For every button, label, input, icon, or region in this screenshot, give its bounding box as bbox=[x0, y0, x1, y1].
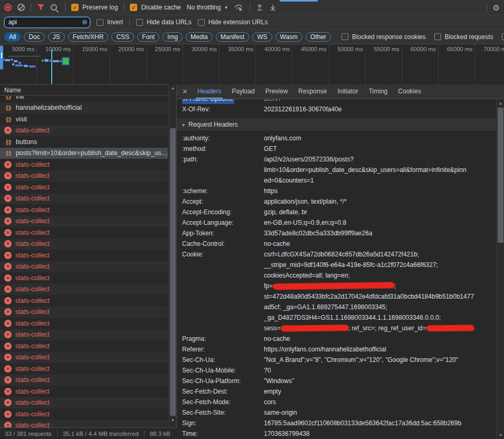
scroll-up-icon[interactable]: ▲ bbox=[169, 86, 177, 90]
type-filter-chip[interactable]: Fetch/XHR bbox=[68, 32, 109, 42]
blocked-filter-checkbox[interactable]: 3rd-party requests bbox=[502, 33, 504, 41]
checkbox-unchecked-icon[interactable] bbox=[198, 19, 205, 26]
request-row[interactable]: ✕ stats-collect bbox=[0, 340, 168, 352]
request-row[interactable]: {:} posts?limit=10&order=publish_date_de… bbox=[0, 148, 168, 159]
settings-gear-icon[interactable]: ⚙ bbox=[493, 4, 500, 12]
checkbox-unchecked-icon[interactable] bbox=[136, 19, 143, 26]
filter-input[interactable] bbox=[4, 17, 90, 28]
request-row[interactable]: {:} visit bbox=[0, 113, 168, 125]
header-value: gzip, deflate, br bbox=[264, 207, 496, 217]
type-filter-chip[interactable]: Font bbox=[137, 32, 159, 42]
request-row[interactable]: {:} buttons bbox=[0, 136, 168, 148]
scrollbar-thumb[interactable] bbox=[498, 108, 503, 243]
header-value: ?0 bbox=[264, 365, 496, 376]
section-collapse-icon[interactable]: ▾ bbox=[182, 122, 185, 128]
request-row[interactable]: ✕ stats-collect bbox=[0, 193, 168, 205]
timeline-tick-label: 15000 ms bbox=[73, 46, 108, 52]
type-filter-chip[interactable]: Manifest bbox=[216, 32, 249, 42]
request-row[interactable]: ✕ stats-collect bbox=[0, 125, 168, 137]
request-row[interactable]: ✕ stats-collect bbox=[0, 329, 168, 341]
request-list-scrollbar[interactable]: ▲ ▼ bbox=[168, 84, 176, 427]
request-row[interactable]: ✕ stats-collect bbox=[0, 250, 168, 261]
request-row[interactable]: ✕ stats-collect bbox=[0, 261, 168, 273]
request-row[interactable]: ✕ stats-collect bbox=[0, 307, 168, 318]
details-tab[interactable]: Payload bbox=[226, 84, 260, 99]
type-filter-chip[interactable]: Wasm bbox=[275, 32, 303, 42]
type-filter-chip[interactable]: Doc bbox=[24, 32, 44, 42]
invert-checkbox[interactable]: Invert bbox=[97, 18, 123, 26]
timeline-tick-label: 35000 ms bbox=[218, 46, 253, 52]
type-filter-chip[interactable]: Img bbox=[163, 32, 183, 42]
request-row[interactable]: ✕ stats-collect bbox=[0, 238, 168, 250]
type-filter-chip[interactable]: WS bbox=[252, 32, 272, 42]
network-conditions-icon[interactable] bbox=[234, 4, 244, 12]
request-row[interactable]: ✕ stats-collect bbox=[0, 408, 168, 420]
request-row[interactable]: ✕ stats-collect bbox=[0, 397, 168, 409]
checkbox-checked-icon[interactable]: ✓ bbox=[130, 4, 137, 11]
clear-filter-icon[interactable]: ⊗ bbox=[82, 18, 88, 26]
request-row[interactable]: ✕ stats-collect bbox=[0, 170, 168, 182]
preserve-log-checkbox[interactable]: ✓ Preserve log bbox=[71, 4, 118, 11]
request-row[interactable]: {:} init bbox=[0, 96, 168, 102]
details-tab[interactable]: Headers bbox=[192, 84, 226, 99]
details-tab[interactable]: Cookies bbox=[393, 84, 426, 99]
type-filter-chip[interactable]: JS bbox=[48, 32, 65, 42]
scrollbar-thumb[interactable] bbox=[170, 128, 176, 416]
blocked-filter-checkbox[interactable]: Blocked requests bbox=[434, 33, 493, 41]
request-row[interactable]: ✕ stats-collect bbox=[0, 159, 168, 170]
request-row[interactable]: ✕ stats-collect bbox=[0, 363, 168, 375]
type-filter-chip[interactable]: All bbox=[4, 32, 21, 42]
request-row[interactable]: ✕ stats-collect bbox=[0, 182, 168, 193]
type-filter-chip[interactable]: Media bbox=[186, 32, 213, 42]
search-icon[interactable] bbox=[51, 4, 59, 11]
checkbox-unchecked-icon[interactable] bbox=[502, 33, 504, 40]
checkbox-checked-icon[interactable]: ✓ bbox=[71, 4, 79, 11]
request-row[interactable]: ✕ stats-collect bbox=[0, 204, 168, 216]
details-tab[interactable]: Response bbox=[293, 84, 332, 99]
name-column-header[interactable]: Name bbox=[0, 84, 176, 96]
scroll-down-icon[interactable]: ▼ bbox=[169, 418, 177, 422]
request-row[interactable]: ✕ stats-collect bbox=[0, 272, 168, 284]
scroll-down-icon[interactable]: ▼ bbox=[497, 433, 504, 437]
scroll-up-icon[interactable]: ▲ bbox=[497, 101, 504, 105]
request-row[interactable]: ✕ stats-collect bbox=[0, 227, 168, 238]
section-title: Request Headers bbox=[188, 121, 237, 128]
request-row[interactable]: ✕ stats-collect bbox=[0, 375, 168, 386]
request-row[interactable]: ✕ stats-collect bbox=[0, 295, 168, 307]
hide-extension-urls-checkbox[interactable]: Hide extension URLs bbox=[198, 18, 268, 26]
disable-cache-checkbox[interactable]: ✓ Disable cache bbox=[130, 4, 180, 11]
close-details-icon[interactable]: ✕ bbox=[180, 88, 192, 96]
request-row[interactable]: ✕ stats-collect bbox=[0, 284, 168, 295]
filter-icon[interactable] bbox=[37, 4, 45, 11]
import-har-icon[interactable] bbox=[256, 4, 263, 11]
blocked-filter-checkbox[interactable]: Blocked response cookies bbox=[341, 33, 425, 41]
request-row[interactable]: ✕ stats-collect bbox=[0, 352, 168, 364]
details-tab[interactable]: Timing bbox=[364, 84, 393, 99]
header-value: cors bbox=[264, 397, 496, 407]
checkbox-unchecked-icon[interactable] bbox=[97, 19, 103, 26]
request-row[interactable]: ✕ stats-collect bbox=[0, 386, 168, 397]
toolbar-divider bbox=[65, 3, 65, 12]
hide-data-urls-checkbox[interactable]: Hide data URLs bbox=[136, 18, 192, 26]
export-har-icon[interactable] bbox=[269, 4, 277, 11]
clear-network-log-icon[interactable] bbox=[17, 4, 25, 11]
type-filter-chip[interactable]: Other bbox=[306, 32, 331, 42]
record-network-log-icon[interactable] bbox=[4, 4, 12, 11]
checkbox-unchecked-icon[interactable] bbox=[341, 33, 348, 40]
request-row[interactable]: ✕ stats-collect bbox=[0, 216, 168, 227]
header-row: X-Of-Rev: 202312261916-30670fa40e bbox=[177, 104, 496, 114]
waterfall-bar bbox=[24, 65, 28, 67]
details-scrollbar[interactable]: ▲ ▼ bbox=[496, 99, 504, 439]
request-headers-section-header[interactable]: ▾Request Headers bbox=[177, 119, 496, 130]
details-tab[interactable]: Preview bbox=[260, 84, 293, 99]
details-tab[interactable]: Initiator bbox=[332, 84, 363, 99]
type-filter-chip[interactable]: CSS bbox=[111, 32, 134, 42]
header-value: 16785:5aad9602cf110608b03133de563642fac1… bbox=[264, 418, 496, 428]
request-row[interactable]: ✕ stats-collect bbox=[0, 420, 168, 428]
request-row[interactable]: ✕ stats-collect bbox=[0, 318, 168, 329]
failed-request-icon: ✕ bbox=[4, 320, 12, 327]
network-overview-timeline[interactable]: 5000 ms10000 ms15000 ms20000 ms25000 ms3… bbox=[0, 44, 504, 85]
throttling-dropdown[interactable]: No throttling ▼ bbox=[187, 4, 229, 11]
checkbox-unchecked-icon[interactable] bbox=[434, 33, 441, 40]
request-row[interactable]: {:} hannahelizabethofficial bbox=[0, 102, 168, 114]
